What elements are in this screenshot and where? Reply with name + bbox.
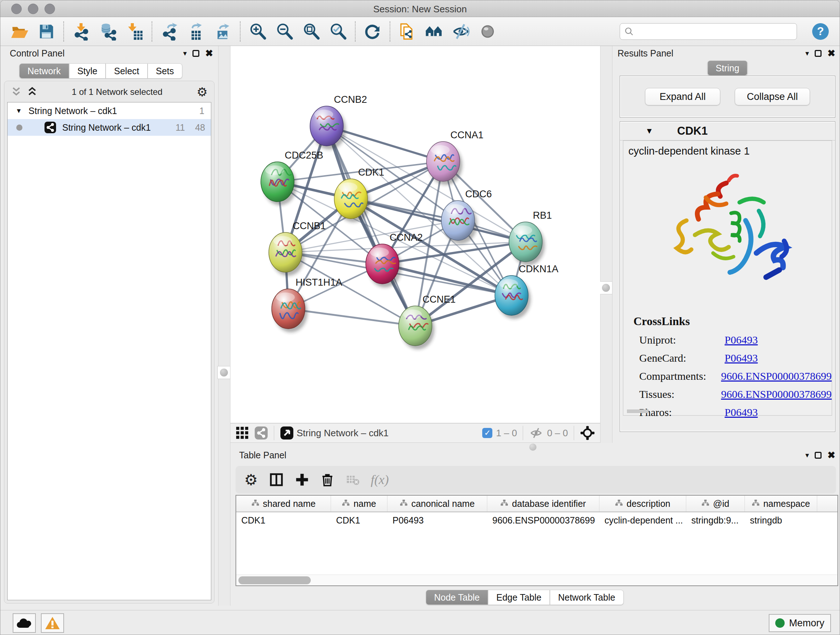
table-cell[interactable]: stringdb:9... [686,512,745,529]
tab-network[interactable]: Network [19,63,69,79]
export-image-icon[interactable] [214,22,232,41]
crosslink-link[interactable]: P06493 [725,406,758,418]
tab-node-table[interactable]: Node Table [426,590,488,605]
export-network-icon[interactable] [160,22,178,41]
delete-icon[interactable] [320,472,335,487]
import-network-icon[interactable] [72,22,90,41]
column-header-database-identifier[interactable]: database identifier [487,496,600,511]
hide-visibility-icon[interactable] [452,22,470,41]
collapse-all-icon[interactable] [11,87,22,97]
float-panel-icon[interactable]: ▾ [805,451,809,459]
refresh-icon[interactable] [363,22,382,41]
share-document-icon[interactable] [398,22,416,41]
column-header-description[interactable]: description [600,496,686,511]
node-CDKN1A[interactable]: CDKN1A [495,264,559,319]
gene-section-header[interactable]: ▼ CDK1 [620,122,835,141]
node-RB1[interactable]: RB1 [509,210,552,265]
column-header-canonical-name[interactable]: canonical name [387,496,487,511]
close-panel-icon[interactable]: ✖ [827,452,835,459]
column-header--id[interactable]: @id [686,496,745,511]
node-CCNE1[interactable]: CCNE1 [399,294,456,349]
zoom-in-icon[interactable] [248,22,267,41]
application-window: Session: New Session [0,0,840,635]
function-icon[interactable]: f(x) [371,472,389,487]
edge-CCNB2-CCNE1[interactable] [327,126,415,326]
close-panel-icon[interactable]: ✖ [205,50,213,57]
settings-gear-icon[interactable]: ⚙ [244,471,258,489]
table-cell[interactable]: CDK1 [236,512,331,529]
node-label-CCNB1: CCNB1 [293,220,326,231]
network-row[interactable]: String Network – cdk1 11 48 [8,119,211,136]
show-visibility-icon[interactable] [478,22,497,41]
open-folder-icon[interactable] [11,22,28,41]
maximize-panel-icon[interactable] [815,50,821,57]
zoom-out-icon[interactable] [275,22,294,41]
network-overview-icon[interactable] [254,426,268,440]
homes-icon[interactable] [425,22,443,41]
column-header-name[interactable]: name [331,496,387,511]
search-input[interactable] [638,26,792,37]
add-column-icon[interactable] [295,472,309,487]
export-table-icon[interactable] [187,22,205,41]
maximize-panel-icon[interactable] [815,452,821,459]
network-collection-row[interactable]: ▼ String Network – cdk1 1 [8,103,211,119]
crosslink-link[interactable]: 9606.ENSP00000378699 [721,388,832,401]
column-header-namespace[interactable]: namespace [745,496,817,511]
expand-all-icon[interactable] [27,87,38,97]
import-table-icon[interactable] [126,22,144,41]
table-cell[interactable]: stringdb [745,512,817,529]
network-options-gear-icon[interactable]: ⚙ [197,85,208,99]
tab-network-table[interactable]: Network Table [550,590,624,605]
node-HIST1H1A[interactable]: HIST1H1A [272,277,342,333]
close-panel-icon[interactable]: ✖ [827,50,835,57]
expand-all-button[interactable]: Expand All [645,88,720,105]
table-row[interactable]: CDK1CDK1P064939606.ENSP00000378699cyclin… [236,512,837,529]
float-panel-icon[interactable]: ▾ [805,49,809,57]
gene-expander-icon[interactable]: ▼ [645,126,653,136]
cloud-button[interactable] [13,613,36,633]
results-scrollbar[interactable] [627,409,649,413]
right-splitter-handle[interactable] [600,281,613,295]
tab-edge-table[interactable]: Edge Table [488,590,550,605]
tab-sets[interactable]: Sets [148,63,182,79]
columns-icon[interactable] [269,472,284,487]
memory-button[interactable]: Memory [769,614,831,632]
left-splitter[interactable] [218,46,231,606]
tab-style[interactable]: Style [69,63,106,79]
selected-counter: 1 – 0 [496,428,517,439]
float-panel-icon[interactable]: ▾ [183,49,187,57]
detach-view-icon[interactable] [280,426,294,440]
tab-string[interactable]: String [707,60,747,76]
node-position-icon[interactable] [580,425,595,440]
clear-table-icon[interactable] [346,472,360,487]
column-header-shared-name[interactable]: shared name [236,496,331,511]
node-CCNB1[interactable]: CCNB1 [269,220,326,276]
node-CCNA1[interactable]: CCNA1 [426,130,484,185]
table-cell[interactable]: CDK1 [331,512,387,529]
crosslink-label: Tissues: [639,388,721,401]
tab-select[interactable]: Select [106,63,147,79]
table-horizontal-scrollbar[interactable] [236,575,837,585]
maximize-panel-icon[interactable] [193,50,199,57]
table-cell[interactable]: cyclin-dependent ... [600,512,686,529]
warnings-button[interactable] [41,613,64,633]
node-CCNB2[interactable]: CCNB2 [310,94,367,149]
crosslink-link[interactable]: P06493 [725,334,758,346]
collapse-all-button[interactable]: Collapse All [735,88,810,105]
zoom-fit-icon[interactable] [302,22,320,41]
zoom-selected-icon[interactable] [329,22,347,41]
selected-checkbox-icon[interactable]: ✓ [482,428,493,438]
crosslink-link[interactable]: P06493 [725,352,758,364]
left-splitter-handle[interactable] [218,366,231,379]
table-cell[interactable]: P06493 [387,512,487,529]
import-database-icon[interactable] [99,22,117,41]
collection-expander-icon[interactable]: ▼ [16,107,22,115]
crosslink-link[interactable]: 9606.ENSP00000378699 [721,370,832,382]
birds-eye-grid-icon[interactable] [235,426,249,440]
scrollbar-thumb[interactable] [238,576,311,584]
right-splitter[interactable] [600,46,613,443]
network-canvas[interactable]: CCNB2CCNA1CDC25BCDK1CDC6RB1CCNB1CCNA2CDK… [231,46,600,423]
table-cell[interactable]: 9606.ENSP00000378699 [487,512,600,529]
save-icon[interactable] [37,22,55,41]
help-icon[interactable]: ? [812,22,829,41]
